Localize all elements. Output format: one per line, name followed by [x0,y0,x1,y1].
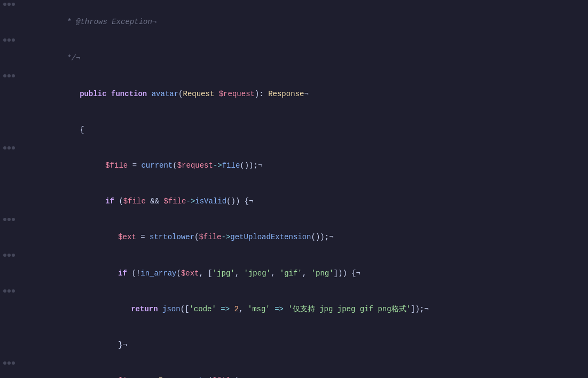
line-image-make: $image = Image::make($file);¬ [0,363,588,378]
code-lines: * @throws Exception¬ */¬ public function… [0,0,588,378]
line-throws: * @throws Exception¬ [0,4,588,40]
line-if-file-valid: if ($file && $file->isValid()) {¬ [0,184,588,219]
line-close-brace-if: }¬ [0,327,588,363]
line-open-brace: { [0,112,588,148]
line-return-json: return json(['code' => 2, 'msg' => '仅支持 … [0,291,588,327]
line-comment-close: */¬ [0,40,588,76]
line-function-decl: public function avatar(Request $request)… [0,76,588,112]
code-editor: * @throws Exception¬ */¬ public function… [0,0,588,378]
line-file-current: $file = current($request->file());¬ [0,148,588,184]
line-ext-strtolower: $ext = strtolower($file->getUploadExtens… [0,219,588,255]
line-if-not-in-array: if (!in_array($ext, ['jpg', 'jpeg', 'gif… [0,255,588,291]
